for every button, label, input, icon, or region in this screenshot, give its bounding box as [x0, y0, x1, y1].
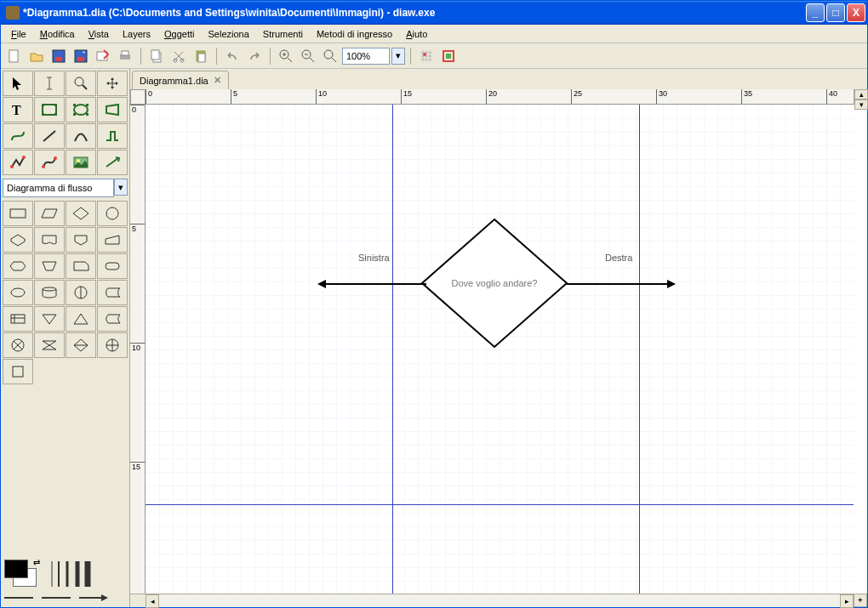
tool-ellipse[interactable] [66, 97, 96, 122]
tool-polyline[interactable] [3, 150, 33, 175]
new-button[interactable] [4, 46, 25, 66]
zoom-input[interactable]: 100% [342, 48, 390, 65]
decision-shape[interactable]: Dove voglio andare? [418, 215, 571, 353]
tool-text[interactable]: T [3, 97, 33, 122]
open-button[interactable] [26, 46, 47, 66]
scroll-left-icon[interactable]: ◂ [146, 594, 159, 608]
zoom-out-button[interactable] [298, 46, 318, 66]
menu-vista[interactable]: Vista [82, 27, 116, 41]
shape-connector[interactable] [97, 201, 128, 226]
shape-process[interactable] [3, 201, 33, 226]
tool-scroll[interactable] [97, 71, 128, 96]
arrow-end-selector[interactable] [79, 594, 108, 602]
copy-button[interactable] [146, 46, 167, 66]
snap-object-button[interactable] [438, 46, 459, 66]
shape-manual-input[interactable] [97, 227, 128, 253]
svg-rect-10 [151, 50, 159, 60]
shape-or[interactable] [97, 306, 128, 332]
guide-vertical[interactable] [639, 105, 640, 594]
shape-card[interactable] [66, 253, 96, 279]
tool-box[interactable] [34, 97, 65, 122]
tool-image[interactable] [66, 150, 96, 175]
arrow-right[interactable] [567, 278, 677, 292]
export-button[interactable] [93, 46, 113, 66]
horizontal-scrollbar[interactable]: ◂ ▸ [146, 594, 854, 607]
shape-data[interactable] [3, 227, 33, 253]
fg-swatch[interactable] [4, 560, 28, 578]
line-width-selector[interactable] [50, 561, 91, 587]
redo-button[interactable] [244, 46, 265, 66]
shape-summing[interactable] [3, 332, 33, 358]
zoom-in-button[interactable] [276, 46, 296, 66]
shape-merge[interactable] [3, 306, 33, 332]
undo-button[interactable] [222, 46, 243, 66]
arrow-left[interactable] [316, 278, 426, 292]
guide-vertical[interactable] [392, 105, 393, 594]
line-style-selector[interactable] [42, 594, 71, 602]
document-tab[interactable]: Diagramma1.dia ✕ [132, 71, 229, 89]
arrow-start-selector[interactable] [4, 594, 33, 602]
diagram-canvas[interactable]: Dove voglio andare? Sinistra Destra [146, 105, 854, 594]
shape-grid [1, 199, 129, 386]
tool-line[interactable] [34, 123, 65, 149]
tool-bezier-line[interactable] [34, 150, 65, 175]
menu-oggetti[interactable]: Oggetti [157, 27, 201, 41]
label-left[interactable]: Sinistra [358, 253, 390, 263]
fg-bg-color[interactable]: ⇄ [4, 560, 38, 588]
shape-extract[interactable] [97, 280, 128, 305]
shape-manual-operation[interactable] [34, 253, 65, 279]
menu-layers[interactable]: Layers [116, 27, 157, 41]
shape-stored-data[interactable] [3, 280, 33, 305]
tool-outline[interactable] [97, 150, 128, 175]
label-right[interactable]: Destra [605, 253, 632, 263]
save-as-button[interactable]: * [71, 46, 91, 66]
shape-terminal[interactable] [97, 253, 128, 279]
paste-button[interactable] [191, 46, 211, 66]
shape-collate[interactable] [34, 332, 65, 358]
shape-triangle-down[interactable] [66, 306, 96, 332]
shape-document[interactable] [34, 227, 65, 253]
tool-text-edit[interactable] [34, 71, 65, 96]
shape-square[interactable] [3, 359, 33, 384]
tab-label: Diagramma1.dia [140, 76, 208, 86]
cut-button[interactable] [168, 46, 189, 66]
shape-display[interactable] [66, 227, 96, 253]
tool-polygon[interactable] [97, 97, 128, 122]
shape-preparation[interactable] [3, 253, 33, 279]
minimize-button[interactable]: _ [806, 3, 825, 22]
vertical-scrollbar[interactable]: ▴ ▾ [854, 89, 867, 105]
sheet-dropdown-icon[interactable]: ▾ [114, 179, 128, 196]
shape-decision[interactable] [66, 201, 96, 226]
shape-internal[interactable] [66, 280, 96, 305]
canvas-expand-button[interactable]: + [854, 594, 867, 607]
tool-pointer[interactable] [3, 71, 33, 96]
scroll-right-icon[interactable]: ▸ [840, 594, 854, 608]
scroll-up-icon[interactable]: ▴ [854, 89, 868, 99]
tool-magnify[interactable] [66, 71, 96, 96]
maximize-button[interactable]: □ [826, 3, 845, 22]
tool-bezier[interactable] [3, 123, 33, 149]
swap-colors-icon[interactable]: ⇄ [33, 558, 40, 567]
shape-offpage[interactable] [97, 332, 128, 358]
shape-predefined[interactable] [34, 201, 65, 226]
close-button[interactable]: X [847, 3, 865, 22]
tool-arc[interactable] [66, 123, 96, 149]
guide-horizontal[interactable] [146, 504, 854, 505]
tab-close-icon[interactable]: ✕ [214, 75, 221, 86]
shape-triangle-up[interactable] [34, 306, 65, 332]
menu-file[interactable]: File [4, 27, 33, 41]
menu-strumenti[interactable]: Strumenti [256, 27, 310, 41]
zoom-fit-button[interactable] [320, 46, 340, 66]
shape-database[interactable] [34, 280, 65, 305]
tool-zigzag[interactable] [97, 123, 128, 149]
snap-grid-button[interactable] [416, 46, 437, 66]
save-button[interactable] [49, 46, 69, 66]
shape-sort[interactable] [66, 332, 96, 358]
menu-seleziona[interactable]: Seleziona [202, 27, 256, 41]
zoom-dropdown[interactable]: ▾ [391, 48, 405, 65]
menu-modifica[interactable]: Modifica [33, 27, 82, 41]
menu-aiuto[interactable]: Aiuto [399, 27, 434, 41]
sheet-selector[interactable]: Diagramma di flusso ▾ [3, 179, 128, 197]
menu-metodi-di-ingresso[interactable]: Metodi di ingresso [310, 27, 399, 41]
print-button[interactable] [115, 46, 135, 66]
